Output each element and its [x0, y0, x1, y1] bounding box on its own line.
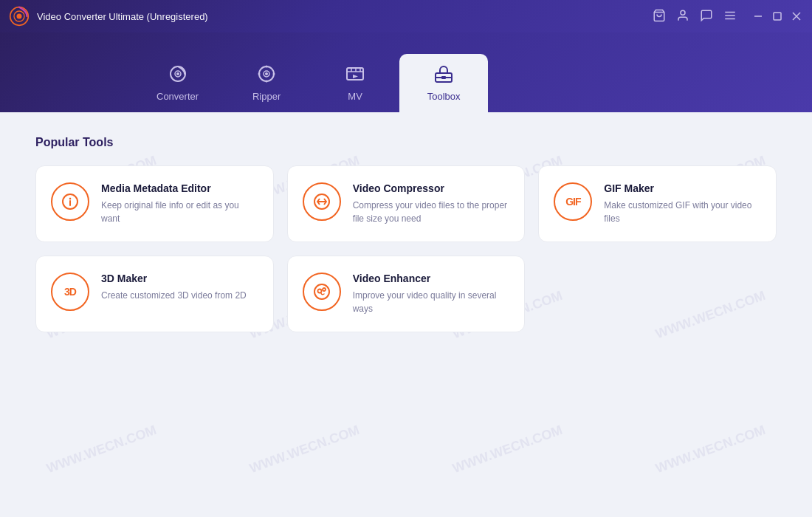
toolbox-label: Toolbox [427, 91, 461, 102]
3d-maker-content: 3D Maker Create customized 3D video from… [101, 273, 258, 302]
tool-card-video-enhancer[interactable]: Video Enhancer Improve your video qualit… [287, 256, 526, 332]
gif-maker-title: GIF Maker [604, 182, 761, 194]
converter-icon [168, 64, 187, 86]
video-compressor-desc: Compress your video files to the proper … [353, 199, 510, 225]
titlebar-controls [653, 9, 803, 24]
tool-card-3d-maker[interactable]: 3D 3D Maker Create customized 3D video f… [35, 256, 274, 332]
3d-maker-title: 3D Maker [101, 273, 258, 284]
video-enhancer-icon [303, 273, 341, 311]
video-compressor-content: Video Compressor Compress your video fil… [353, 182, 510, 225]
maximize-button[interactable] [771, 10, 784, 23]
svg-point-34 [69, 198, 71, 199]
svg-point-2 [17, 14, 22, 19]
titlebar: Video Converter Ultimate (Unregistered) [0, 0, 812, 32]
tab-ripper[interactable]: Ripper [222, 54, 311, 112]
main-content: WWW.WECN.COM WWW.WECN.COM WWW.WECN.COM W… [0, 112, 812, 517]
converter-label: Converter [156, 91, 199, 102]
svg-point-14 [176, 72, 179, 75]
svg-rect-30 [441, 76, 446, 79]
close-button[interactable] [790, 10, 803, 23]
mv-icon [345, 64, 365, 86]
tools-grid: Media Metadata Editor Keep original file… [35, 165, 777, 332]
window-controls [751, 10, 803, 23]
tool-card-video-compressor[interactable]: Video Compressor Compress your video fil… [287, 165, 526, 242]
video-compressor-icon [303, 182, 341, 221]
video-enhancer-title: Video Enhancer [353, 273, 510, 284]
video-enhancer-content: Video Enhancer Improve your video qualit… [353, 273, 510, 315]
toolbox-icon [434, 64, 453, 86]
svg-point-19 [266, 81, 268, 83]
cart-icon[interactable] [653, 9, 666, 24]
svg-rect-9 [774, 13, 781, 20]
tab-mv[interactable]: MV [311, 54, 399, 112]
svg-point-4 [681, 10, 685, 15]
gif-maker-desc: Make customized GIF with your video file… [604, 199, 761, 225]
minimize-button[interactable] [751, 10, 765, 23]
gif-maker-icon: GIF [554, 182, 592, 221]
svg-point-38 [317, 290, 321, 293]
mv-label: MV [348, 91, 362, 102]
3d-maker-icon: 3D [51, 273, 89, 311]
svg-point-20 [258, 73, 261, 75]
app-logo [9, 6, 30, 27]
video-compressor-title: Video Compressor [353, 182, 510, 194]
tab-converter[interactable]: Converter [133, 54, 222, 112]
svg-point-39 [323, 288, 326, 291]
media-metadata-editor-content: Media Metadata Editor Keep original file… [101, 182, 258, 225]
account-icon[interactable] [676, 9, 689, 24]
media-metadata-editor-title: Media Metadata Editor [101, 182, 258, 194]
tool-card-media-metadata-editor[interactable]: Media Metadata Editor Keep original file… [35, 165, 274, 242]
video-enhancer-desc: Improve your video quality in several wa… [353, 289, 510, 315]
svg-marker-27 [353, 75, 358, 78]
svg-point-18 [266, 66, 268, 68]
tab-toolbox[interactable]: Toolbox [399, 54, 488, 112]
svg-point-17 [265, 72, 268, 75]
ripper-label: Ripper [252, 91, 281, 102]
ripper-icon [257, 64, 276, 86]
media-metadata-editor-desc: Keep original file info or edit as you w… [101, 199, 258, 225]
navbar: Converter Ripper [0, 32, 812, 112]
svg-point-21 [273, 73, 275, 75]
gif-maker-content: GIF Maker Make customized GIF with your … [604, 182, 761, 225]
tool-card-empty [538, 256, 777, 332]
media-metadata-editor-icon [51, 182, 89, 221]
tool-card-gif-maker[interactable]: GIF GIF Maker Make customized GIF with y… [538, 165, 777, 242]
menu-icon[interactable] [723, 9, 737, 24]
app-title: Video Converter Ultimate (Unregistered) [37, 11, 653, 22]
section-title: Popular Tools [35, 136, 777, 149]
chat-icon[interactable] [700, 9, 713, 24]
3d-maker-desc: Create customized 3D video from 2D [101, 289, 258, 302]
